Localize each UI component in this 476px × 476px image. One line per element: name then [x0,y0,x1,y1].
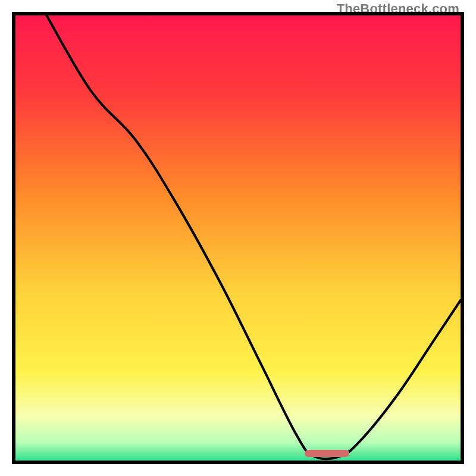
chart-frame [12,12,464,464]
bottleneck-curve [15,15,461,461]
optimum-marker [305,450,349,457]
